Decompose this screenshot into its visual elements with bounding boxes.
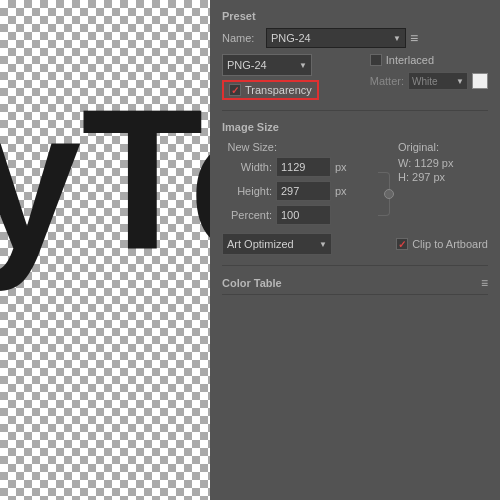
image-size-section: Image Size New Size: Width: px Height: — [222, 121, 488, 255]
preset-name-row: Name: PNG-24 ▼ ≡ — [222, 28, 488, 48]
height-unit: px — [335, 185, 347, 197]
color-table-section: Color Table ≡ — [222, 276, 488, 295]
art-optimized-value: Art Optimized — [227, 238, 294, 250]
png24-value: PNG-24 — [227, 59, 267, 71]
link-constraint-icon[interactable] — [378, 172, 390, 216]
original-title: Original: — [398, 141, 488, 153]
percent-label: Percent: — [222, 209, 272, 221]
percent-input[interactable] — [276, 205, 331, 225]
original-size: Original: W: 1129 px H: 297 px — [398, 141, 488, 229]
matter-color-swatch[interactable] — [472, 73, 488, 89]
clip-label: Clip to Artboard — [412, 238, 488, 250]
width-row: Width: px — [222, 157, 370, 177]
matter-value: White — [412, 76, 438, 87]
right-options: Interlaced Matter: White ▼ — [370, 54, 488, 90]
preset-name-value: PNG-24 — [271, 32, 311, 44]
height-row: Height: px — [222, 181, 370, 201]
transparency-label: Transparency — [245, 84, 312, 96]
interlaced-checkbox[interactable] — [370, 54, 382, 66]
left-options: PNG-24 ▼ ✓ Transparency — [222, 54, 319, 100]
color-table-header: Color Table ≡ — [222, 276, 488, 290]
transparency-checkbox[interactable]: ✓ — [229, 84, 241, 96]
png24-arrow: ▼ — [299, 61, 307, 70]
color-table-divider — [222, 294, 488, 295]
original-w: W: 1129 px — [398, 157, 488, 169]
width-label: Width: — [222, 161, 272, 173]
right-panel: Preset Name: PNG-24 ▼ ≡ PNG-24 ▼ ✓ Trans… — [210, 0, 500, 500]
new-size-label: New Size: — [222, 141, 277, 153]
png24-dropdown[interactable]: PNG-24 ▼ — [222, 54, 312, 76]
preset-name-arrow: ▼ — [393, 34, 401, 43]
preset-options-icon[interactable]: ≡ — [410, 30, 418, 46]
height-label: Height: — [222, 185, 272, 197]
matter-arrow: ▼ — [456, 77, 464, 86]
preset-section-label: Preset — [222, 10, 488, 22]
canvas-area: yTe — [0, 0, 210, 500]
art-optimized-arrow: ▼ — [319, 240, 327, 249]
percent-row: Percent: — [222, 205, 370, 225]
height-input[interactable] — [276, 181, 331, 201]
transparency-row: ✓ Transparency — [222, 80, 319, 100]
size-inputs: New Size: Width: px Height: px Percent: — [222, 141, 370, 229]
matter-row: Matter: White ▼ — [370, 72, 488, 90]
preset-name-select[interactable]: PNG-24 ▼ — [266, 28, 406, 48]
interlaced-row: Interlaced — [370, 54, 488, 66]
color-table-options-icon[interactable]: ≡ — [481, 276, 488, 290]
art-optimized-select[interactable]: Art Optimized ▼ — [222, 233, 332, 255]
original-h: H: 297 px — [398, 171, 488, 183]
divider-2 — [222, 265, 488, 266]
clip-checkbox[interactable]: ✓ — [396, 238, 408, 250]
width-input[interactable] — [276, 157, 331, 177]
width-unit: px — [335, 161, 347, 173]
interlaced-label: Interlaced — [386, 54, 434, 66]
clip-artboard-row: ✓ Clip to Artboard — [396, 238, 488, 250]
divider-1 — [222, 110, 488, 111]
preset-name-label: Name: — [222, 32, 260, 44]
size-bottom-row: Art Optimized ▼ ✓ Clip to Artboard — [222, 233, 488, 255]
matter-select[interactable]: White ▼ — [408, 72, 468, 90]
color-table-label: Color Table — [222, 277, 282, 289]
matter-label: Matter: — [370, 75, 404, 87]
image-size-header: Image Size — [222, 121, 488, 133]
canvas-text: yTe — [0, 80, 210, 280]
